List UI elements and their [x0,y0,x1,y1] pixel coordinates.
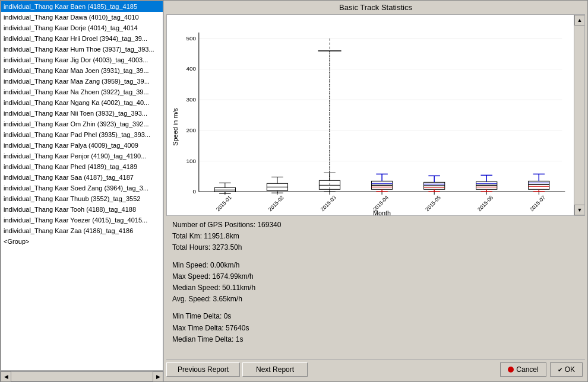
total-hours: Total Hours: 3273.50h [172,242,579,253]
ok-label: OK [565,365,575,374]
stats-area: Number of GPS Positions: 169340 Total Km… [166,216,585,359]
chart-vertical-scrollbar[interactable]: ▲ ▼ [574,15,584,215]
median-time-delta: Median Time Delta: 1s [172,334,579,345]
min-speed: Min Speed: 0.00km/h [172,260,579,271]
stats-group-time: Min Time Delta: 0s Max Time Delta: 57640… [172,311,579,345]
list-item[interactable]: individual_Thang Kaar Ngang Ka (4002)_ta… [1,97,163,108]
gps-positions: Number of GPS Positions: 169340 [172,219,579,231]
list-item[interactable]: individual_Thang Kaar Na Zhoen (3922)_ta… [1,87,163,97]
horizontal-scrollbar[interactable]: ◀ ▶ [1,371,163,381]
scroll-up-btn[interactable]: ▲ [574,15,585,26]
svg-text:2015-06: 2015-06 [476,195,494,212]
list-item[interactable]: individual_Thang Kaar Soed Zang (3964)_t… [1,183,163,193]
list-item[interactable]: individual_Thang Kaar Nii Toen (3932)_ta… [1,108,163,119]
chart-inner: Speed in m/s 0 100 200 [167,15,574,215]
track-list[interactable]: individual_Thang Kaar Baen (4185)_tag_41… [1,1,163,371]
stats-group-gps: Number of GPS Positions: 169340 Total Km… [172,219,579,254]
svg-text:2015-02: 2015-02 [267,195,285,212]
total-km: Total Km: 11951.8km [172,231,579,242]
nav-buttons: Previous Report Next Report [166,362,308,377]
min-time-delta: Min Time Delta: 0s [172,311,579,322]
chart-area: Speed in m/s 0 100 200 [166,14,585,216]
scroll-track-h[interactable] [11,371,153,381]
stats-group-speed: Min Speed: 0.00km/h Max Speed: 1674.99km… [172,260,579,305]
svg-text:200: 200 [186,127,197,133]
cancel-button[interactable]: Cancel [500,362,546,377]
svg-text:0: 0 [192,188,196,195]
svg-text:400: 400 [186,65,197,72]
scroll-track-v[interactable] [574,26,584,205]
ok-icon: ✔ [558,367,562,373]
previous-report-button[interactable]: Previous Report [166,362,240,377]
median-speed: Median Speed: 50.11km/h [172,282,579,294]
scroll-down-btn[interactable]: ▼ [574,205,585,215]
ok-button[interactable]: ✔ OK [550,362,583,377]
list-item[interactable]: individual_Thang Kaar Palya (4009)_tag_4… [1,140,163,151]
action-buttons: Cancel ✔ OK [500,362,583,377]
list-item[interactable]: individual_Thang Kaar Om Zhin (3923)_tag… [1,119,163,129]
list-item[interactable]: individual_Thang Kaar Hum Thoe (3937)_ta… [1,44,163,55]
list-item[interactable]: <Group> [1,236,163,247]
list-item[interactable]: individual_Thang Kaar Tooh (4188)_tag_41… [1,204,163,215]
list-item[interactable]: individual_Thang Kaar Saa (4187)_tag_418… [1,172,163,183]
scroll-left-btn[interactable]: ◀ [1,371,11,382]
list-item[interactable]: individual_Thang Kaar Jig Dor (4003)_tag… [1,55,163,65]
svg-rect-75 [529,181,549,189]
svg-text:300: 300 [186,96,197,103]
svg-text:2015-01: 2015-01 [215,195,233,212]
list-item[interactable]: individual_Thang Kaar Baen (4185)_tag_41… [1,1,163,12]
list-item[interactable]: individual_Thang Kaar Thuub (3552)_tag_3… [1,193,163,204]
list-item[interactable]: individual_Thang Kaar Yoezer (4015)_tag_… [1,215,163,225]
svg-text:Month: Month [373,209,391,215]
list-item[interactable]: individual_Thang Kaar Dawa (4010)_tag_40… [1,12,163,23]
svg-rect-33 [214,187,235,192]
cancel-icon [508,367,514,373]
list-item[interactable]: individual_Thang Kaar Penjor (4190)_tag_… [1,151,163,161]
list-item[interactable]: individual_Thang Kaar Maa Zang (3959)_ta… [1,76,163,87]
max-speed: Max Speed: 1674.99km/h [172,271,579,282]
svg-text:100: 100 [186,157,197,164]
svg-text:2015-05: 2015-05 [424,195,442,212]
svg-text:500: 500 [186,35,197,42]
left-panel: individual_Thang Kaar Baen (4185)_tag_41… [1,1,164,381]
bottom-buttons: Previous Report Next Report Cancel ✔ OK [166,359,585,379]
list-item[interactable]: individual_Thang Kaar Hrii Droel (3944)_… [1,33,163,44]
list-item[interactable]: individual_Thang Kaar Phed (4189)_tag_41… [1,161,163,172]
next-report-button[interactable]: Next Report [242,362,308,377]
svg-text:2015-03: 2015-03 [320,195,337,212]
svg-text:Speed in m/s: Speed in m/s [172,107,179,145]
cancel-label: Cancel [516,365,538,374]
list-item[interactable]: individual_Thang Kaar Maa Joen (3931)_ta… [1,65,163,76]
avg-speed: Avg. Speed: 3.65km/h [172,294,579,305]
list-item[interactable]: individual_Thang Kaar Pad Phel (3935)_ta… [1,129,163,140]
chart-svg: Speed in m/s 0 100 200 [167,15,574,215]
chart-title: Basic Track Statistics [166,3,585,12]
list-item[interactable]: individual_Thang Kaar Zaa (4186)_tag_418… [1,225,163,236]
max-time-delta: Max Time Delta: 57640s [172,323,579,334]
list-item[interactable]: individual_Thang Kaar Dorje (4014)_tag_4… [1,23,163,33]
svg-text:2015-07: 2015-07 [529,195,546,212]
scroll-right-btn[interactable]: ▶ [153,371,163,382]
right-panel: Basic Track Statistics Speed in m/s [164,1,587,381]
